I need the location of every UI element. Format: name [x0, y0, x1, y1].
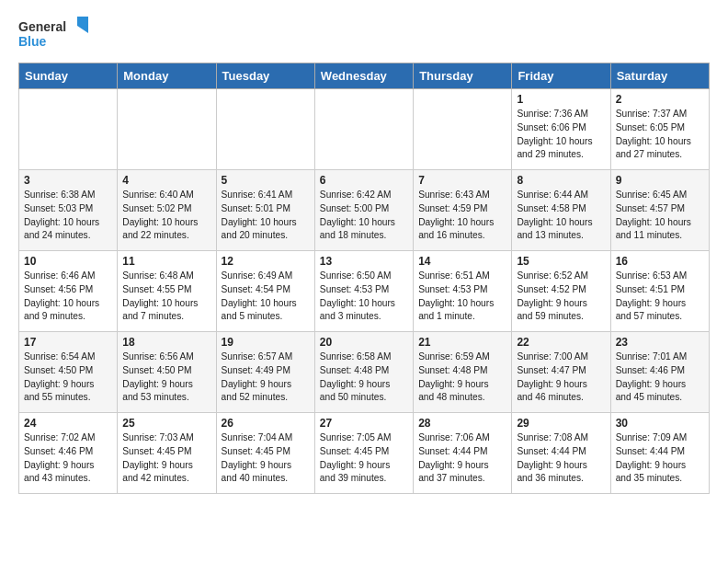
day-cell	[118, 89, 216, 170]
day-info: Sunrise: 7:01 AM Sunset: 4:46 PM Dayligh…	[616, 350, 704, 405]
day-cell: 16Sunrise: 6:53 AM Sunset: 4:51 PM Dayli…	[610, 251, 709, 332]
day-cell: 1Sunrise: 7:36 AM Sunset: 6:06 PM Daylig…	[512, 89, 610, 170]
weekday-header-saturday: Saturday	[610, 63, 709, 89]
weekday-header-wednesday: Wednesday	[314, 63, 413, 89]
day-cell: 17Sunrise: 6:54 AM Sunset: 4:50 PM Dayli…	[19, 332, 118, 413]
logo: General Blue	[18, 15, 92, 55]
day-cell: 10Sunrise: 6:46 AM Sunset: 4:56 PM Dayli…	[19, 251, 118, 332]
day-number: 23	[616, 336, 704, 349]
day-info: Sunrise: 6:57 AM Sunset: 4:49 PM Dayligh…	[222, 350, 310, 405]
day-number: 16	[616, 255, 704, 268]
day-cell: 6Sunrise: 6:42 AM Sunset: 5:00 PM Daylig…	[314, 170, 413, 251]
day-cell: 2Sunrise: 7:37 AM Sunset: 6:05 PM Daylig…	[610, 89, 709, 170]
day-number: 30	[616, 417, 704, 430]
day-cell: 19Sunrise: 6:57 AM Sunset: 4:49 PM Dayli…	[216, 332, 314, 413]
day-info: Sunrise: 6:43 AM Sunset: 4:59 PM Dayligh…	[418, 189, 506, 243]
day-cell: 12Sunrise: 6:49 AM Sunset: 4:54 PM Dayli…	[216, 251, 314, 332]
day-info: Sunrise: 7:00 AM Sunset: 4:47 PM Dayligh…	[517, 350, 605, 405]
day-number: 27	[320, 417, 408, 430]
day-cell: 24Sunrise: 7:02 AM Sunset: 4:46 PM Dayli…	[19, 413, 118, 494]
day-info: Sunrise: 6:52 AM Sunset: 4:52 PM Dayligh…	[517, 270, 605, 324]
weekday-header-monday: Monday	[118, 63, 216, 89]
day-number: 4	[122, 174, 210, 187]
day-info: Sunrise: 6:59 AM Sunset: 4:48 PM Dayligh…	[418, 350, 506, 405]
logo-svg: General Blue	[18, 15, 92, 55]
day-cell	[216, 89, 314, 170]
day-info: Sunrise: 6:54 AM Sunset: 4:50 PM Dayligh…	[24, 350, 112, 405]
calendar-table: SundayMondayTuesdayWednesdayThursdayFrid…	[18, 63, 710, 494]
day-info: Sunrise: 7:03 AM Sunset: 4:45 PM Dayligh…	[122, 431, 210, 486]
day-info: Sunrise: 6:51 AM Sunset: 4:53 PM Dayligh…	[418, 270, 506, 324]
weekday-header-tuesday: Tuesday	[216, 63, 314, 89]
day-cell	[19, 89, 118, 170]
day-info: Sunrise: 6:53 AM Sunset: 4:51 PM Dayligh…	[616, 270, 704, 324]
weekday-header-sunday: Sunday	[19, 63, 118, 89]
day-info: Sunrise: 7:36 AM Sunset: 6:06 PM Dayligh…	[517, 108, 605, 162]
svg-marker-2	[77, 17, 88, 33]
day-info: Sunrise: 7:08 AM Sunset: 4:44 PM Dayligh…	[517, 431, 605, 486]
day-number: 9	[616, 174, 704, 187]
day-info: Sunrise: 7:09 AM Sunset: 4:44 PM Dayligh…	[616, 431, 704, 486]
day-info: Sunrise: 6:46 AM Sunset: 4:56 PM Dayligh…	[24, 270, 112, 324]
week-row-1: 3Sunrise: 6:38 AM Sunset: 5:03 PM Daylig…	[19, 170, 710, 251]
day-cell	[414, 89, 512, 170]
day-number: 7	[418, 174, 506, 187]
day-cell: 26Sunrise: 7:04 AM Sunset: 4:45 PM Dayli…	[216, 413, 314, 494]
day-cell: 30Sunrise: 7:09 AM Sunset: 4:44 PM Dayli…	[610, 413, 709, 494]
day-cell: 7Sunrise: 6:43 AM Sunset: 4:59 PM Daylig…	[414, 170, 512, 251]
day-cell: 25Sunrise: 7:03 AM Sunset: 4:45 PM Dayli…	[118, 413, 216, 494]
day-number: 1	[517, 93, 605, 106]
day-number: 19	[222, 336, 310, 349]
day-info: Sunrise: 7:37 AM Sunset: 6:05 PM Dayligh…	[616, 108, 704, 162]
day-cell: 22Sunrise: 7:00 AM Sunset: 4:47 PM Dayli…	[512, 332, 610, 413]
day-number: 21	[418, 336, 506, 349]
day-cell: 29Sunrise: 7:08 AM Sunset: 4:44 PM Dayli…	[512, 413, 610, 494]
week-row-2: 10Sunrise: 6:46 AM Sunset: 4:56 PM Dayli…	[19, 251, 710, 332]
day-cell: 28Sunrise: 7:06 AM Sunset: 4:44 PM Dayli…	[414, 413, 512, 494]
day-info: Sunrise: 6:50 AM Sunset: 4:53 PM Dayligh…	[320, 270, 408, 324]
day-cell: 8Sunrise: 6:44 AM Sunset: 4:58 PM Daylig…	[512, 170, 610, 251]
day-info: Sunrise: 6:45 AM Sunset: 4:57 PM Dayligh…	[616, 189, 704, 243]
day-info: Sunrise: 6:42 AM Sunset: 5:00 PM Dayligh…	[320, 189, 408, 243]
day-number: 6	[320, 174, 408, 187]
day-cell: 14Sunrise: 6:51 AM Sunset: 4:53 PM Dayli…	[414, 251, 512, 332]
header: General Blue	[18, 15, 710, 55]
day-info: Sunrise: 6:44 AM Sunset: 4:58 PM Dayligh…	[517, 189, 605, 243]
day-cell: 11Sunrise: 6:48 AM Sunset: 4:55 PM Dayli…	[118, 251, 216, 332]
week-row-4: 24Sunrise: 7:02 AM Sunset: 4:46 PM Dayli…	[19, 413, 710, 494]
day-cell: 20Sunrise: 6:58 AM Sunset: 4:48 PM Dayli…	[314, 332, 413, 413]
day-number: 26	[222, 417, 310, 430]
week-row-3: 17Sunrise: 6:54 AM Sunset: 4:50 PM Dayli…	[19, 332, 710, 413]
day-number: 17	[24, 336, 112, 349]
day-number: 11	[122, 255, 210, 268]
day-cell: 18Sunrise: 6:56 AM Sunset: 4:50 PM Dayli…	[118, 332, 216, 413]
day-cell: 5Sunrise: 6:41 AM Sunset: 5:01 PM Daylig…	[216, 170, 314, 251]
svg-text:Blue: Blue	[18, 34, 47, 49]
day-number: 20	[320, 336, 408, 349]
day-cell: 27Sunrise: 7:05 AM Sunset: 4:45 PM Dayli…	[314, 413, 413, 494]
day-number: 5	[222, 174, 310, 187]
day-info: Sunrise: 6:56 AM Sunset: 4:50 PM Dayligh…	[122, 350, 210, 405]
day-cell: 9Sunrise: 6:45 AM Sunset: 4:57 PM Daylig…	[610, 170, 709, 251]
day-number: 13	[320, 255, 408, 268]
day-cell: 13Sunrise: 6:50 AM Sunset: 4:53 PM Dayli…	[314, 251, 413, 332]
day-number: 10	[24, 255, 112, 268]
day-number: 18	[122, 336, 210, 349]
day-number: 28	[418, 417, 506, 430]
day-info: Sunrise: 6:38 AM Sunset: 5:03 PM Dayligh…	[24, 189, 112, 243]
day-cell	[314, 89, 413, 170]
day-cell: 3Sunrise: 6:38 AM Sunset: 5:03 PM Daylig…	[19, 170, 118, 251]
day-info: Sunrise: 7:04 AM Sunset: 4:45 PM Dayligh…	[222, 431, 310, 486]
day-info: Sunrise: 6:41 AM Sunset: 5:01 PM Dayligh…	[222, 189, 310, 243]
day-number: 12	[222, 255, 310, 268]
day-info: Sunrise: 6:48 AM Sunset: 4:55 PM Dayligh…	[122, 270, 210, 324]
day-number: 3	[24, 174, 112, 187]
day-info: Sunrise: 6:40 AM Sunset: 5:02 PM Dayligh…	[122, 189, 210, 243]
day-cell: 4Sunrise: 6:40 AM Sunset: 5:02 PM Daylig…	[118, 170, 216, 251]
day-info: Sunrise: 6:49 AM Sunset: 4:54 PM Dayligh…	[222, 270, 310, 324]
day-info: Sunrise: 6:58 AM Sunset: 4:48 PM Dayligh…	[320, 350, 408, 405]
day-number: 24	[24, 417, 112, 430]
weekday-header-friday: Friday	[512, 63, 610, 89]
day-number: 22	[517, 336, 605, 349]
day-info: Sunrise: 7:06 AM Sunset: 4:44 PM Dayligh…	[418, 431, 506, 486]
